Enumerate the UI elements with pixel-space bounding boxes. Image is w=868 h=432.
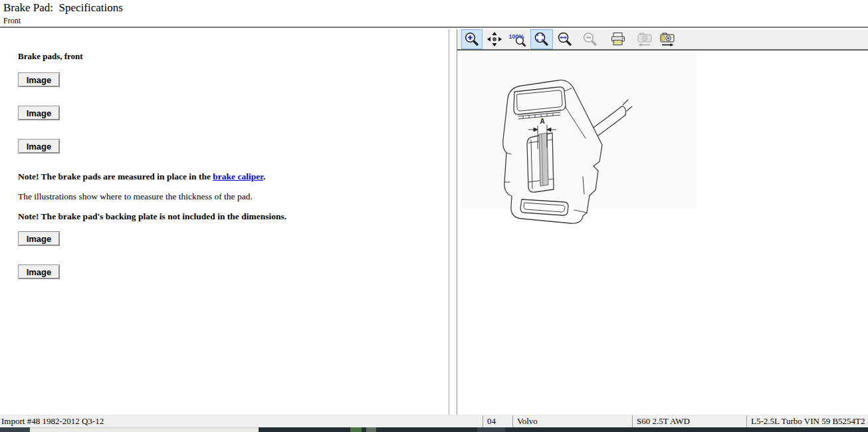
status-make: Volvo <box>512 415 632 427</box>
taskbar-edge <box>0 427 868 432</box>
image-button-3[interactable]: Image <box>18 139 60 154</box>
note-measured-in-caliper: Note! The brake pads are measured in pla… <box>18 171 265 182</box>
brake-caliper-illustration: A <box>494 77 637 231</box>
note-backing-plate: Note! The brake pad's backing plate is n… <box>18 211 286 222</box>
brake-caliper-link[interactable]: brake caliper <box>213 171 263 181</box>
zoom-100-button[interactable]: 100% <box>506 29 529 49</box>
zoom-100-icon: 100% <box>508 31 527 48</box>
dimension-a-label: A <box>540 118 544 125</box>
zoom-out-button[interactable] <box>580 29 601 49</box>
next-image-icon <box>659 31 676 48</box>
previous-image-button[interactable] <box>634 29 655 49</box>
zoom-out-icon <box>582 31 599 48</box>
status-model: S60 2.5T AWD <box>632 415 746 427</box>
zoom-in-icon <box>463 31 481 48</box>
fit-window-icon <box>533 31 550 48</box>
zoom-in-button[interactable] <box>461 29 483 49</box>
note-text-suffix: . <box>263 171 265 181</box>
next-image-button[interactable] <box>657 29 678 49</box>
section-title: Brake pads, front <box>18 51 83 62</box>
pan-icon <box>486 31 503 48</box>
page-subtitle: Front <box>3 16 21 26</box>
specifications-panel: Brake pads, front Image Image Image Note… <box>0 29 449 415</box>
note-text-prefix: Note! The brake pads are measured in pla… <box>18 171 213 181</box>
svg-text:100%: 100% <box>509 33 524 40</box>
status-engine: L5-2.5L Turbo VIN 59 B5254T2 <box>746 415 868 427</box>
application-window: Brake Pad: Specifications Front Brake pa… <box>0 0 868 432</box>
image-viewer-panel: 100% <box>457 29 868 415</box>
image-button-4[interactable]: Image <box>18 231 60 246</box>
status-bar: Import #48 1982-2012 Q3-12 04 Volvo S60 … <box>0 415 868 427</box>
status-dataset: Import #48 1982-2012 Q3-12 <box>0 415 483 427</box>
fit-width-button[interactable] <box>554 29 576 49</box>
fit-window-button[interactable] <box>530 29 553 49</box>
image-toolbar: 100% <box>457 29 868 51</box>
fit-width-icon <box>556 31 574 48</box>
image-canvas[interactable]: A <box>461 52 697 208</box>
illustrations-paragraph: The illustrations show where to measure … <box>18 191 253 202</box>
image-button-5[interactable]: Image <box>18 265 60 279</box>
page-header: Brake Pad: Specifications Front <box>0 0 868 28</box>
image-button-1[interactable]: Image <box>18 72 60 87</box>
panel-splitter[interactable] <box>449 29 457 415</box>
image-button-2[interactable]: Image <box>18 106 60 120</box>
print-button[interactable] <box>607 29 629 49</box>
main-area: Brake pads, front Image Image Image Note… <box>0 29 868 415</box>
page-title: Brake Pad: Specifications <box>3 1 123 15</box>
status-year: 04 <box>483 415 512 427</box>
previous-image-icon <box>636 31 653 48</box>
pan-button[interactable] <box>484 29 505 49</box>
print-icon <box>609 31 627 48</box>
